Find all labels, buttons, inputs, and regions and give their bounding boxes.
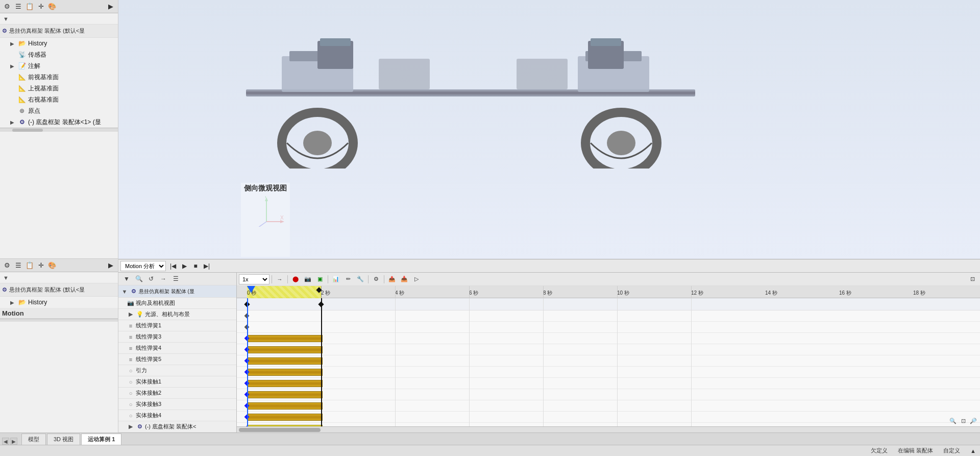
tl-label-chassis[interactable]: ▶ ⚙ (-) 底盘框架 装配体<: [118, 421, 236, 433]
tab-model[interactable]: 模型: [21, 434, 46, 445]
panel-hscroll[interactable]: [0, 128, 118, 132]
tl-calc-btn[interactable]: ▣: [314, 274, 326, 284]
toolbar-icon-add2[interactable]: ✛: [36, 260, 46, 271]
notes-arrow[interactable]: ▶: [10, 63, 17, 69]
tree-container-top: ▶ 📂 History ▶ 📡 传感器 ▶: [0, 38, 118, 128]
tl-spring3-icon: ≡: [127, 333, 135, 341]
tl-label-spring4[interactable]: ≡ 线性弹簧4: [118, 343, 236, 354]
bar-contact1[interactable]: [247, 391, 323, 398]
bar-spring5[interactable]: [247, 369, 323, 376]
tl-hscroll[interactable]: [237, 426, 980, 433]
tl-next-btn[interactable]: →: [158, 274, 168, 284]
tick-4s: 4 秒: [395, 286, 404, 298]
bar-gridline-10s: [617, 298, 618, 426]
tl-import-btn[interactable]: 📥: [399, 274, 410, 284]
tl-label-contact1[interactable]: ○ 实体接触1: [118, 376, 236, 388]
tl-settings-btn[interactable]: ⚙: [371, 274, 382, 284]
toolbar-icon-list[interactable]: ☰: [13, 2, 23, 12]
tl-more-btn[interactable]: ☰: [170, 274, 181, 284]
origin-label: 原点: [28, 107, 40, 115]
tl-label-contact4[interactable]: ○ 实体接触4: [118, 410, 236, 421]
tab-motion[interactable]: 运动算例 1: [81, 434, 121, 445]
tl-contact2-label: 实体接触2: [136, 389, 161, 397]
chassis-arrow[interactable]: ▶: [10, 119, 17, 125]
tl-label-contact2[interactable]: ○ 实体接触2: [118, 388, 236, 399]
tl-label-contact3[interactable]: ○ 实体接触3: [118, 399, 236, 410]
hatched-region: [247, 286, 321, 298]
toolbar-icon-disp2[interactable]: 🎨: [47, 260, 57, 271]
motion-play-btn[interactable]: ▶: [179, 261, 189, 271]
toolbar-icon-add[interactable]: ✛: [36, 2, 46, 12]
tl-speed-select[interactable]: 1x: [239, 274, 270, 284]
tl-arrow-btn[interactable]: →: [274, 274, 285, 284]
toolbar-icon-assembly[interactable]: ⚙: [2, 2, 12, 12]
bar-contact4[interactable]: [247, 425, 323, 426]
motion-rewind-btn[interactable]: |◀: [168, 261, 178, 271]
tl-filter-btn[interactable]: ▼: [121, 274, 132, 284]
tl-label-camera-view[interactable]: 📷 视向及相机视图: [118, 298, 236, 309]
toolbar-icon-more[interactable]: ▶: [106, 2, 116, 12]
history-arrow[interactable]: ▶: [10, 41, 17, 46]
tl-graph-btn[interactable]: 📊: [330, 274, 341, 284]
bar-contact3[interactable]: [247, 414, 323, 421]
tl-capture-btn[interactable]: 📷: [302, 274, 313, 284]
tab-prev-btn[interactable]: ◀: [2, 438, 9, 445]
tree-item-history-2[interactable]: ▶ 📂 History: [0, 297, 118, 308]
bar-spring4[interactable]: [247, 357, 323, 365]
bar-contact2[interactable]: [247, 402, 323, 410]
tree-item-origin[interactable]: ▶ ⊕ 原点: [0, 105, 118, 116]
history-arrow-2[interactable]: ▶: [10, 300, 17, 305]
tree-item-notes[interactable]: ▶ 📝 注解: [0, 60, 118, 71]
panel-hscroll-thumb: [12, 129, 43, 132]
tree-item-right-plane[interactable]: ▶ 📐 右视基准面: [0, 94, 118, 105]
toolbar-icon-property[interactable]: 📋: [24, 2, 35, 12]
tl-chassis-label: (-) 底盘框架 装配体<: [145, 423, 197, 430]
tl-record-btn[interactable]: ⬤: [290, 274, 301, 284]
tl-label-light[interactable]: ▶ 💡 光源、相机与布景: [118, 309, 236, 320]
tree-item-chassis[interactable]: ▶ ⚙ (-) 底盘框架 装配体<1> (显: [0, 116, 118, 128]
motion-stop-btn[interactable]: ■: [190, 261, 201, 271]
bottom-hscroll[interactable]: [0, 319, 118, 322]
motion-forward-btn[interactable]: ▶|: [202, 261, 212, 271]
bar-spring1[interactable]: [247, 335, 323, 342]
tl-sim-btn[interactable]: ▷: [411, 274, 422, 284]
tl-tool-btn[interactable]: 🔧: [355, 274, 366, 284]
toolbar-icon-display[interactable]: 🎨: [47, 2, 57, 12]
tl-zoom-out-icon[interactable]: 🔎: [969, 416, 978, 425]
tree-item-sensors[interactable]: ▶ 📡 传感器: [0, 49, 118, 60]
tree-item-history[interactable]: ▶ 📂 History: [0, 38, 118, 49]
tl-expand-btn[interactable]: ⊡: [967, 274, 978, 284]
tab-next-btn[interactable]: ▶: [10, 438, 17, 445]
tl-zoom-in-icon[interactable]: 🔍: [948, 416, 958, 425]
bar-spring3[interactable]: [247, 346, 323, 353]
toolbar-icon-prop2[interactable]: 📋: [24, 260, 35, 271]
playhead-indicator[interactable]: [247, 286, 255, 293]
tl-zoom-fit-icon[interactable]: ⊡: [959, 416, 968, 425]
tl-contact3-label: 实体接触3: [136, 400, 161, 408]
bar-gravity[interactable]: [247, 380, 323, 387]
tl-label-spring5[interactable]: ≡ 线性弹簧5: [118, 354, 236, 365]
tl-expand-icon[interactable]: ▼: [120, 287, 129, 296]
tl-label-spring1[interactable]: ≡ 线性弹簧1: [118, 320, 236, 331]
toolbar-icon-list2[interactable]: ☰: [13, 260, 23, 271]
tl-contact2-icon: ○: [127, 389, 135, 397]
tree-item-front-plane[interactable]: ▶ 📐 前视基准面: [0, 71, 118, 83]
tl-label-gravity[interactable]: ○ 引力: [118, 365, 236, 376]
motion-dropdown[interactable]: Motion 分析: [120, 261, 166, 271]
tl-zoom-btn[interactable]: 🔍: [134, 274, 144, 284]
tab-3d-view[interactable]: 3D 视图: [47, 434, 80, 445]
tl-back-btn[interactable]: ↺: [146, 274, 156, 284]
tl-export-btn[interactable]: 📤: [386, 274, 398, 284]
toolbar-icon-more2[interactable]: ▶: [106, 260, 116, 271]
main-area: ⚙ ☰ 📋 ✛ 🎨 ▶ ▼ ⚙ 悬挂仿真框架 装配体 (默认<显: [0, 0, 980, 433]
tl-edit-btn[interactable]: ✏: [342, 274, 354, 284]
bar-row-contact3: [237, 412, 980, 423]
tl-light-arrow[interactable]: ▶: [127, 310, 135, 319]
tree-item-top-plane[interactable]: ▶ 📐 上视基准面: [0, 83, 118, 94]
tl-label-spring3[interactable]: ≡ 线性弹簧3: [118, 331, 236, 343]
tl-hscroll-thumb: [239, 428, 321, 432]
toolbar-icon-asm2[interactable]: ⚙: [2, 260, 12, 271]
tl-chassis-arrow[interactable]: ▶: [127, 423, 135, 431]
svg-rect-4: [320, 38, 351, 46]
tl-label-row-header[interactable]: ▼ ⚙ 悬挂仿真框架 装配体 (显: [118, 285, 236, 298]
